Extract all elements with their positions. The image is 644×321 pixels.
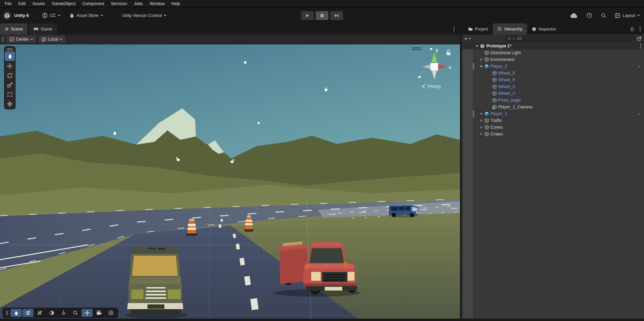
menu-jobs[interactable]: Jobs	[131, 0, 146, 7]
navigation-compass-button[interactable]	[105, 309, 116, 317]
panel-menu-kebab[interactable]	[639, 27, 641, 31]
hierarchy-item-crates[interactable]: Crates	[462, 131, 644, 137]
menu-edit[interactable]: Edit	[15, 0, 29, 7]
menu-services[interactable]: Services	[108, 0, 131, 7]
audio-toggle-button[interactable]	[58, 309, 69, 317]
expand-arrow-collapsed[interactable]	[479, 125, 484, 130]
layout-dropdown[interactable]: Layout	[615, 13, 640, 18]
scene-viewport[interactable]: y x Persp	[0, 44, 460, 319]
menu-component[interactable]: Component	[79, 0, 108, 7]
play-button[interactable]	[301, 11, 314, 20]
menu-assets[interactable]: Assets	[29, 0, 49, 7]
lighting-toggle-button[interactable]	[46, 309, 57, 317]
expand-arrow-collapsed[interactable]	[479, 118, 484, 123]
rotate-tool-button[interactable]	[5, 70, 15, 80]
search-icon	[507, 37, 511, 41]
hierarchy-item-front-angle[interactable]: Front_angle	[462, 97, 644, 104]
cloud-icon[interactable]	[570, 13, 578, 18]
tab-project[interactable]: Project	[463, 23, 493, 35]
prefab-open-chevron[interactable]: >	[638, 64, 641, 69]
account-icon	[42, 13, 48, 18]
hand-tool-button[interactable]	[5, 51, 15, 61]
hierarchy-item-directional-light[interactable]: Directional Light	[462, 49, 644, 56]
unlock-icon[interactable]	[446, 50, 451, 55]
picker-icon[interactable]	[637, 36, 642, 42]
overlay-drag-handle-icon[interactable]	[412, 47, 421, 50]
hierarchy-item-environment[interactable]: Environment	[462, 56, 644, 63]
asset-store-dropdown[interactable]: Asset Store	[69, 13, 103, 18]
tab-hierarchy[interactable]: Hierarchy	[493, 23, 527, 35]
gizmo-center-cube[interactable]	[431, 63, 438, 70]
cube-added-badge-icon	[492, 105, 497, 109]
step-button[interactable]	[330, 11, 343, 20]
search-icon[interactable]	[601, 13, 606, 18]
create-object-button[interactable]: +	[464, 36, 471, 41]
search-overlay-button[interactable]	[70, 309, 81, 317]
hierarchy-item-wheel-fr[interactable]: Wheel_fr	[462, 77, 644, 83]
expand-arrow-collapsed[interactable]	[479, 132, 484, 136]
hierarchy-item-wheel-rr[interactable]: Wheel_rr	[462, 90, 644, 97]
orientation-mode-button[interactable]: Local	[39, 36, 66, 43]
unity-logo-icon	[3, 11, 12, 20]
view-options-drag-handle[interactable]	[6, 311, 8, 315]
hierarchy-item-player-2-camera[interactable]: Player_2_Camera	[462, 104, 644, 110]
pause-button[interactable]	[316, 11, 328, 20]
toolbar-drag-handle[interactable]	[2, 37, 4, 42]
green-van[interactable]	[125, 247, 187, 318]
tab-scene[interactable]: Scene	[0, 23, 27, 35]
blue-van[interactable]	[388, 205, 418, 217]
hierarchy-search[interactable]	[505, 36, 635, 42]
draw-modes-button[interactable]	[22, 309, 33, 317]
diamond-dot-icon	[61, 310, 66, 316]
axis-y-cone[interactable]	[432, 52, 437, 62]
scene-tab-menu-kebab[interactable]	[453, 26, 455, 31]
expand-arrow-collapsed[interactable]	[479, 111, 484, 116]
menu-gameobject[interactable]: GameObject	[48, 0, 79, 7]
tab-game[interactable]: Game	[29, 23, 57, 35]
projection-label[interactable]: Persp	[428, 83, 441, 89]
account-dropdown[interactable]: CC	[42, 13, 61, 18]
cube-icon	[492, 78, 497, 82]
transform-icon	[7, 101, 13, 107]
axis-left-cone[interactable]	[422, 64, 432, 69]
hierarchy-item-player-2[interactable]: Player_2 >	[462, 63, 644, 70]
pan-tool-button[interactable]	[10, 309, 22, 317]
menu-help[interactable]: Help	[168, 0, 184, 7]
camera-settings-button[interactable]	[93, 309, 105, 317]
prefab-open-chevron[interactable]: >	[638, 111, 641, 116]
scene-header-row[interactable]: Prototype 1*	[462, 43, 644, 49]
gizmos-toggle-button[interactable]	[82, 309, 93, 317]
axis-x-cone[interactable]	[438, 64, 447, 69]
menu-file[interactable]: File	[1, 0, 15, 7]
expand-arrow-open[interactable]	[475, 44, 479, 48]
scene-canvas[interactable]	[0, 44, 460, 319]
pivot-mode-button[interactable]: Center	[6, 36, 36, 43]
cube-icon	[492, 98, 497, 103]
scale-tool-button[interactable]	[5, 80, 15, 89]
history-icon[interactable]	[586, 12, 593, 19]
unlock-icon[interactable]	[630, 26, 635, 31]
rect-tool-button[interactable]	[5, 89, 15, 99]
hierarchy-item-wheel-fl[interactable]: Wheel_fl	[462, 70, 644, 77]
version-control-dropdown[interactable]: Unity Version Control	[122, 13, 166, 18]
hierarchy-item-player-1[interactable]: Player_1 >	[462, 110, 644, 117]
axis-down-cone[interactable]	[432, 71, 437, 80]
gamepad-icon	[33, 27, 39, 31]
tab-inspector[interactable]: Inspector	[527, 23, 560, 35]
hierarchy-item-wheel-rl[interactable]: Wheel_rl	[462, 83, 644, 90]
hierarchy-item-cones[interactable]: Cones	[462, 124, 644, 131]
expand-arrow-collapsed[interactable]	[479, 57, 484, 62]
scene-options-kebab[interactable]	[640, 44, 641, 48]
move-tool-button[interactable]	[5, 61, 15, 70]
cube-icon	[492, 91, 497, 96]
move-icon	[85, 310, 90, 316]
expand-arrow-open[interactable]	[479, 64, 484, 69]
hierarchy-item-traffic[interactable]: Traffic	[462, 117, 644, 124]
hierarchy-toolbar: +	[462, 35, 644, 43]
orientation-gizmo[interactable]: y x Persp	[410, 44, 460, 95]
grid-visibility-button[interactable]	[34, 309, 45, 317]
hierarchy-search-input[interactable]	[516, 36, 632, 41]
transform-tool-button[interactable]	[5, 99, 15, 108]
menu-window[interactable]: Window	[146, 0, 168, 7]
tools-drag-handle[interactable]	[7, 47, 13, 51]
